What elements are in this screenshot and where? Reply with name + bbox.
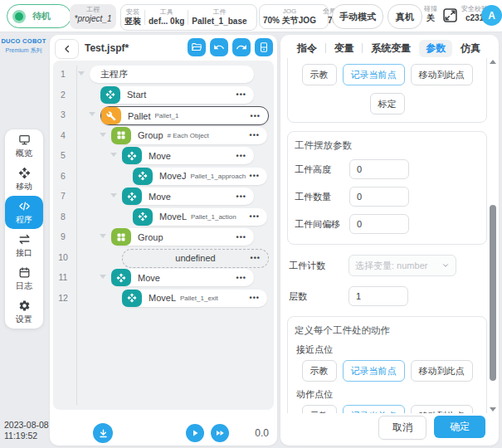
move-to-point-button[interactable]: 移动到此点 [411, 360, 473, 382]
scroll-up-icon[interactable] [490, 60, 496, 64]
group-icon [111, 127, 131, 144]
variable-select[interactable]: 选择变量: number [348, 255, 456, 276]
program-block[interactable]: Move ••• [122, 147, 254, 164]
record-current-point-button[interactable]: 记录当前点 [343, 360, 405, 382]
collapse-triangle-icon[interactable] [100, 133, 106, 137]
program-block[interactable]: 主程序 [90, 66, 254, 83]
program-run-bar: 0.0 [50, 422, 277, 446]
tab-simulation[interactable]: 仿真 [454, 40, 487, 57]
folder-icon[interactable] [188, 38, 206, 56]
collapse-triangle-icon[interactable] [89, 112, 95, 116]
divider [325, 43, 326, 53]
program-tree-row: 12 MoveL Pallet_1_exit ••• [53, 289, 274, 309]
sidebar-item-settings[interactable]: 设置 [5, 295, 43, 329]
param-field-input[interactable]: 0 [349, 159, 409, 179]
undo-icon[interactable] [210, 38, 228, 56]
sidebar-item-move[interactable]: 移动 [5, 163, 43, 196]
program-block[interactable]: MoveJ Pallet_1_approach ••• [133, 168, 267, 185]
sidebar-item-log[interactable]: 日志 [5, 262, 43, 295]
collapse-triangle-icon[interactable] [100, 234, 106, 238]
program-block[interactable]: Move ••• [122, 187, 254, 205]
tool-config[interactable]: 工具 def... 0kg [145, 8, 188, 27]
app: 待机 工程 *project_1 安装 竖装 工具 def... 0kg 工件 … [0, 0, 502, 448]
collision-status[interactable]: 碰撞 关 [421, 5, 441, 23]
calibrate-button[interactable]: 标定 [370, 93, 405, 114]
block-param: # Each Object [168, 132, 209, 139]
scroll-down-icon[interactable] [490, 407, 496, 411]
cancel-button[interactable]: 取消 [378, 416, 426, 440]
workpiece-value: Pallet_1_base [192, 17, 246, 27]
program-block[interactable]: undefined ••• [122, 249, 269, 268]
sidebar-item-program[interactable]: 程序 [5, 196, 43, 229]
redo-icon[interactable] [232, 38, 251, 56]
block-menu-button[interactable]: ••• [236, 90, 246, 99]
save-icon[interactable] [255, 38, 273, 56]
project-selector[interactable]: 工程 *project_1 [70, 4, 116, 29]
layers-input[interactable]: 1 [348, 286, 408, 306]
block-menu-button[interactable]: ••• [251, 112, 261, 120]
system-timestamp: 2023-08-08 11:19:52 [4, 420, 49, 441]
confirm-button[interactable]: 确定 [434, 416, 485, 438]
block-menu-button[interactable]: ••• [251, 254, 261, 262]
play-icon[interactable] [186, 424, 204, 442]
jog-config[interactable]: JOG 70% 关节JOG [260, 7, 319, 26]
block-menu-button[interactable]: ••• [250, 212, 260, 221]
expand-icon[interactable] [441, 7, 459, 24]
program-block[interactable]: Group # Each Object ••• [111, 127, 267, 144]
param-field-input[interactable]: 0 [349, 214, 409, 234]
block-menu-button[interactable]: ••• [236, 152, 246, 160]
collapse-triangle-icon[interactable] [110, 193, 117, 197]
user-avatar[interactable]: A [481, 5, 502, 26]
program-block[interactable]: Group ••• [111, 228, 254, 246]
block-menu-button[interactable]: ••• [250, 172, 260, 180]
robot-config-group[interactable]: 安装 竖装 工具 def... 0kg 工件 Pallet_1_base [120, 4, 257, 31]
manual-mode-button[interactable]: 手动模式 [332, 4, 383, 29]
block-param: Pallet_1_action [191, 213, 236, 221]
tab-system-variable[interactable]: 系统变量 [364, 40, 417, 57]
block-param: Pallet_1_approach [190, 173, 246, 180]
robot-status-badge[interactable]: 待机 [7, 4, 71, 28]
program-block[interactable]: Pallet Pallet_1 ••• [100, 106, 269, 125]
param-field-input[interactable]: 0 [349, 187, 409, 207]
tab-variable[interactable]: 变量 [328, 40, 361, 57]
jog-speed-group[interactable]: JOG 70% 关节JOG 全局速度 70% [259, 4, 329, 29]
tab-parameter[interactable]: 参数 [419, 40, 452, 57]
download-icon[interactable] [93, 423, 113, 443]
program-block[interactable]: MoveL Pallet_1_exit ••• [122, 290, 267, 307]
record-current-point-button[interactable]: 记录当前点 [343, 64, 405, 85]
install-config[interactable]: 安装 竖装 [121, 8, 144, 27]
program-block[interactable]: Move ••• [111, 269, 254, 286]
sidebar-item-label: 设置 [16, 314, 32, 325]
collapse-triangle-icon[interactable] [110, 153, 117, 157]
block-label: MoveL [159, 212, 187, 222]
teach-button[interactable]: 示教 [302, 360, 337, 382]
back-button[interactable] [55, 39, 79, 59]
row-number: 7 [53, 191, 73, 201]
real-machine-button[interactable]: 真机 [387, 4, 422, 29]
sidebar-item-interface[interactable]: 接口 [5, 229, 43, 262]
block-menu-button[interactable]: ••• [250, 131, 260, 139]
fast-forward-icon[interactable] [211, 424, 229, 442]
block-menu-button[interactable]: ••• [236, 274, 246, 282]
workpiece-config[interactable]: 工件 Pallet_1_base [188, 8, 250, 27]
monitor-icon [18, 134, 31, 146]
block-menu-button[interactable]: ••• [236, 192, 246, 201]
teach-button[interactable]: 示教 [302, 405, 337, 413]
sidebar-item-overview[interactable]: 概览 [5, 129, 43, 163]
scrollbar-thumb[interactable] [490, 205, 496, 381]
block-menu-button[interactable]: ••• [250, 294, 260, 302]
collapse-triangle-icon[interactable] [100, 275, 106, 279]
move-to-point-button[interactable]: 移动到此点 [411, 64, 473, 85]
tab-instruction[interactable]: 指令 [290, 40, 324, 57]
program-block[interactable]: Start ••• [100, 86, 254, 104]
record-current-point-button[interactable]: 记录当前点 [343, 405, 405, 413]
panel-scroll-area: 示教 记录当前点 移动到此点 标定 工件摆放参数 工件高度 0 工件数量 0 工… [287, 58, 487, 413]
program-block[interactable]: MoveL Pallet_1_action ••• [133, 208, 267, 226]
teach-button[interactable]: 示教 [302, 64, 337, 85]
vertical-scrollbar[interactable] [489, 60, 497, 411]
param-field-label: 工件数量 [295, 191, 349, 203]
install-label: 安装 [124, 8, 141, 17]
block-menu-button[interactable]: ••• [236, 233, 246, 241]
collapse-triangle-icon[interactable] [78, 71, 85, 75]
move-to-point-button[interactable]: 移动到此点 [411, 405, 473, 413]
